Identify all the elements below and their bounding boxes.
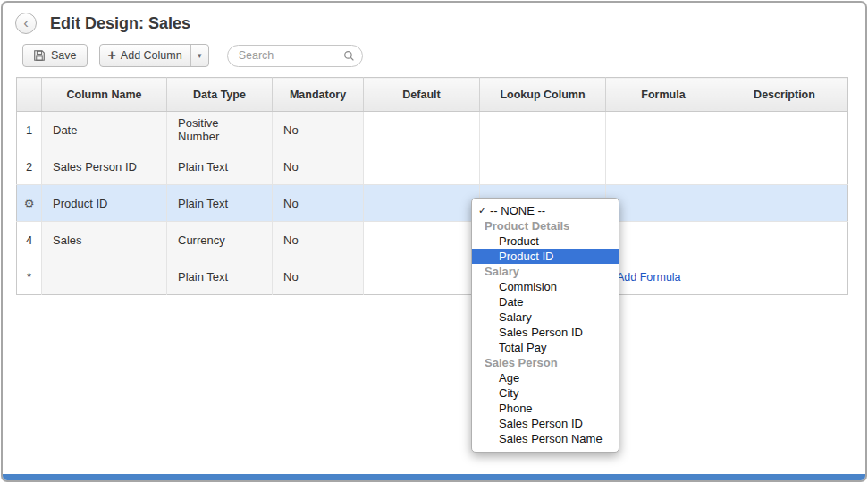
dropdown-option-label: -- NONE -- <box>490 203 545 218</box>
cell-mandatory[interactable]: No <box>273 258 364 295</box>
cell-formula[interactable] <box>606 185 721 222</box>
row-number: ⚙ <box>17 185 42 222</box>
cell-data-type[interactable]: Plain Text <box>167 258 273 295</box>
gear-icon[interactable]: ⚙ <box>24 197 35 210</box>
search-icon <box>343 50 355 62</box>
dropdown-option[interactable]: Total Pay <box>472 340 619 355</box>
dropdown-option[interactable]: Sales Person ID <box>472 416 619 431</box>
cell-mandatory[interactable]: No <box>273 148 364 185</box>
add-column-button[interactable]: + Add Column <box>100 45 190 66</box>
dropdown-option[interactable]: Phone <box>472 401 619 416</box>
header-formula: Formula <box>606 78 721 112</box>
add-column-menu-toggle[interactable]: ▾ <box>190 45 208 66</box>
header-column-name: Column Name <box>42 78 167 112</box>
dropdown-option[interactable]: Commision <box>472 279 619 294</box>
dropdown-group-sales-person: Sales Person <box>472 355 619 370</box>
header-default: Default <box>364 78 480 112</box>
cell-description[interactable] <box>721 258 848 295</box>
app-window: ‹ Edit Design: Sales Save + Add Column ▾ <box>1 1 867 482</box>
cell-data-type[interactable]: Plain Text <box>167 148 273 185</box>
cell-data-type[interactable]: Currency <box>167 222 273 258</box>
cell-data-type[interactable]: Plain Text <box>167 185 273 222</box>
header-rownum <box>17 78 42 112</box>
table-row: 2 Sales Person ID Plain Text No <box>17 148 848 185</box>
cell-formula[interactable] <box>606 222 721 258</box>
dropdown-group-product-details: Product Details <box>472 218 619 233</box>
cell-description[interactable] <box>721 148 848 185</box>
cell-mandatory[interactable]: No <box>273 185 364 222</box>
cell-description[interactable] <box>721 222 848 258</box>
add-formula-link[interactable]: Add Formula <box>617 271 681 284</box>
cell-formula[interactable] <box>606 112 721 148</box>
dropdown-group-salary: Salary <box>472 264 619 279</box>
cell-column-name[interactable]: Sales Person ID <box>42 148 167 185</box>
plus-icon: + <box>108 47 116 64</box>
cell-lookup[interactable] <box>480 112 606 148</box>
table-row: 1 Date Positive Number No <box>17 112 848 148</box>
cell-default[interactable] <box>364 185 480 222</box>
row-number: 2 <box>17 148 42 185</box>
dropdown-option-none[interactable]: ✓ -- NONE -- <box>472 203 619 218</box>
cell-default[interactable] <box>364 148 480 185</box>
header-description: Description <box>721 78 848 112</box>
save-button[interactable]: Save <box>22 44 88 67</box>
cell-column-name[interactable]: Sales <box>42 222 167 258</box>
cell-formula: Add Formula <box>606 258 721 295</box>
header-data-type: Data Type <box>167 78 273 112</box>
header-mandatory: Mandatory <box>273 78 364 112</box>
design-grid: Column Name Data Type Mandatory Default … <box>16 77 848 295</box>
dropdown-option[interactable]: Salary <box>472 309 619 325</box>
dropdown-option[interactable]: Age <box>472 370 619 386</box>
header-row: Column Name Data Type Mandatory Default … <box>17 78 848 112</box>
cell-default[interactable] <box>364 222 480 258</box>
cell-mandatory[interactable]: No <box>273 112 364 148</box>
dropdown-option[interactable]: Date <box>472 294 619 309</box>
cell-default[interactable] <box>364 112 480 148</box>
row-number: 1 <box>17 112 42 148</box>
dropdown-option[interactable]: Product <box>472 233 619 249</box>
dropdown-option[interactable]: Sales Person Name <box>472 431 619 446</box>
row-number: 4 <box>17 222 42 258</box>
row-number: * <box>17 258 42 295</box>
dropdown-option-selected[interactable]: Product ID <box>472 249 619 264</box>
cell-column-name[interactable]: Date <box>42 112 167 148</box>
dropdown-option[interactable]: City <box>472 386 619 401</box>
bottom-bar <box>3 474 865 480</box>
cell-mandatory[interactable]: No <box>273 222 364 258</box>
search-box <box>227 45 363 67</box>
dropdown-option[interactable]: Sales Person ID <box>472 325 619 340</box>
title-bar: ‹ Edit Design: Sales <box>3 3 865 38</box>
toolbar: Save + Add Column ▾ <box>3 38 865 77</box>
cell-description[interactable] <box>721 185 848 222</box>
table-row-selected: ⚙ Product ID Plain Text No <box>17 185 848 222</box>
table-row-new: * Plain Text No Add Formula <box>17 258 848 295</box>
save-icon <box>33 49 46 62</box>
cell-column-name[interactable] <box>42 258 167 295</box>
cell-column-name[interactable]: Product ID <box>42 185 167 222</box>
save-label: Save <box>51 49 77 62</box>
header-lookup-column: Lookup Column <box>480 78 606 112</box>
chevron-down-icon: ▾ <box>198 51 202 60</box>
page-title: Edit Design: Sales <box>50 14 190 33</box>
back-button[interactable]: ‹ <box>15 13 37 34</box>
cell-data-type[interactable]: Positive Number <box>167 112 273 148</box>
table-row: 4 Sales Currency No <box>17 222 848 258</box>
add-column-split-button: + Add Column ▾ <box>99 44 209 67</box>
cell-lookup[interactable] <box>480 148 606 185</box>
add-column-label: Add Column <box>121 49 182 62</box>
lookup-column-dropdown: ✓ -- NONE -- Product Details Product Pro… <box>471 198 619 453</box>
cell-formula[interactable] <box>606 148 721 185</box>
cell-default[interactable] <box>364 258 480 295</box>
cell-description[interactable] <box>721 112 848 148</box>
check-icon: ✓ <box>478 203 490 218</box>
search-input[interactable] <box>228 46 362 66</box>
back-chevron-icon: ‹ <box>23 15 29 30</box>
